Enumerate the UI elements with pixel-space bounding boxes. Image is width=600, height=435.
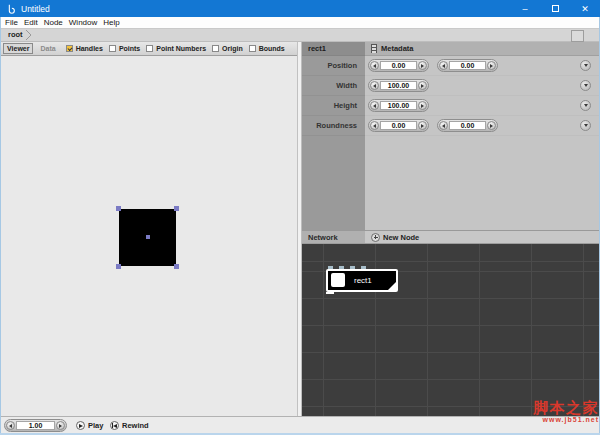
increment-button[interactable] (418, 101, 427, 110)
tab-viewer[interactable]: Viewer (3, 43, 33, 54)
param-label: Height (302, 96, 365, 116)
toggle-origin[interactable]: Origin (212, 45, 243, 52)
toggle-handles[interactable]: Handles (66, 45, 103, 52)
viewer-canvas[interactable] (0, 56, 297, 416)
increment-button[interactable] (418, 81, 427, 90)
decrement-button[interactable] (370, 121, 379, 130)
decrement-button[interactable] (439, 61, 448, 70)
roundness-x-spinner[interactable]: 0.00 (368, 119, 429, 132)
app-window: Untitled – ✕ File Edit Node Window Help … (0, 0, 600, 435)
param-label: Position (302, 56, 365, 76)
decrement-button[interactable] (370, 81, 379, 90)
param-label-column (302, 136, 365, 230)
roundness-y-spinner[interactable]: 0.00 (437, 119, 498, 132)
minimize-button[interactable]: – (510, 0, 540, 17)
param-menu-button[interactable] (580, 60, 591, 71)
metadata-icon (371, 44, 377, 53)
param-row-width: Width 100.00 (302, 76, 600, 96)
param-node-name: rect1 (302, 42, 365, 56)
param-row-roundness: Roundness 0.00 0.00 (302, 116, 600, 136)
increment-button[interactable] (487, 121, 496, 130)
toggle-points[interactable]: Points (109, 45, 140, 52)
node-name: rect1 (354, 276, 372, 285)
play-icon (76, 421, 85, 430)
param-row-position: Position 0.00 0.00 (302, 56, 600, 76)
app-icon (6, 4, 16, 14)
viewer-toolbar: Viewer Data Handles Points Point Numbers… (0, 42, 297, 56)
tab-data[interactable]: Data (36, 43, 59, 54)
corner-handle-br[interactable] (174, 264, 179, 269)
menu-edit[interactable]: Edit (21, 18, 41, 27)
increment-button[interactable] (418, 61, 427, 70)
breadcrumb-bar: root (0, 28, 600, 42)
width-spinner[interactable]: 100.00 (368, 79, 429, 92)
center-handle[interactable] (146, 235, 150, 239)
watermark-url: www.jb51.net (520, 416, 599, 423)
param-menu-button[interactable] (580, 100, 591, 111)
timeline-bar: 1.00 Play Rewind (0, 416, 600, 433)
checkbox-point-numbers[interactable] (146, 45, 153, 52)
corner-handle-bl[interactable] (116, 264, 121, 269)
menu-file[interactable]: File (2, 18, 21, 27)
breadcrumb-overflow-button[interactable] (571, 30, 584, 42)
position-y-spinner[interactable]: 0.00 (437, 59, 498, 72)
param-row-height: Height 100.00 (302, 96, 600, 116)
corner-handle-tl[interactable] (116, 206, 121, 211)
increment-button[interactable] (487, 61, 496, 70)
network-title: Network (302, 230, 365, 244)
decrement-button[interactable] (6, 421, 15, 430)
decrement-button[interactable] (370, 61, 379, 70)
menu-help[interactable]: Help (100, 18, 122, 27)
menu-node[interactable]: Node (41, 18, 66, 27)
toggle-point-numbers[interactable]: Point Numbers (146, 45, 206, 52)
param-menu-button[interactable] (580, 80, 591, 91)
param-label: Width (302, 76, 365, 96)
menu-window[interactable]: Window (66, 18, 100, 27)
decrement-button[interactable] (370, 101, 379, 110)
rewind-icon (110, 421, 119, 430)
rewind-button[interactable]: Rewind (110, 419, 149, 432)
node-output-port[interactable] (326, 292, 334, 294)
param-menu-button[interactable] (580, 120, 591, 131)
network-node-rect1[interactable]: rect1 (326, 269, 398, 292)
network-toolbar: New Node (365, 230, 600, 244)
title-bar: Untitled – ✕ (0, 0, 600, 17)
menu-bar: File Edit Node Window Help (0, 17, 600, 28)
network-canvas[interactable]: rect1 (302, 244, 600, 416)
increment-button[interactable] (56, 421, 65, 430)
param-control-area (365, 136, 600, 230)
toggle-bounds[interactable]: Bounds (249, 45, 285, 52)
maximize-button[interactable] (540, 0, 570, 17)
corner-handle-tr[interactable] (174, 206, 179, 211)
window-title: Untitled (21, 4, 50, 14)
close-button[interactable]: ✕ (570, 0, 600, 17)
new-node-button[interactable]: New Node (383, 233, 419, 242)
checkbox-origin[interactable] (212, 45, 219, 52)
height-spinner[interactable]: 100.00 (368, 99, 429, 112)
increment-button[interactable] (418, 121, 427, 130)
checkbox-points[interactable] (109, 45, 116, 52)
play-button[interactable]: Play (76, 419, 103, 432)
new-node-icon[interactable] (371, 233, 380, 242)
window-border (0, 17, 1, 433)
param-label: Roundness (302, 116, 365, 136)
decrement-button[interactable] (439, 121, 448, 130)
checkbox-handles[interactable] (66, 45, 73, 52)
frame-spinner[interactable]: 1.00 (4, 419, 67, 432)
metadata-header[interactable]: Metadata (365, 42, 600, 56)
node-fold-corner (387, 281, 397, 291)
position-x-spinner[interactable]: 0.00 (368, 59, 429, 72)
node-type-icon (331, 273, 345, 287)
checkbox-bounds[interactable] (249, 45, 256, 52)
breadcrumb-chevron-icon (25, 30, 33, 40)
